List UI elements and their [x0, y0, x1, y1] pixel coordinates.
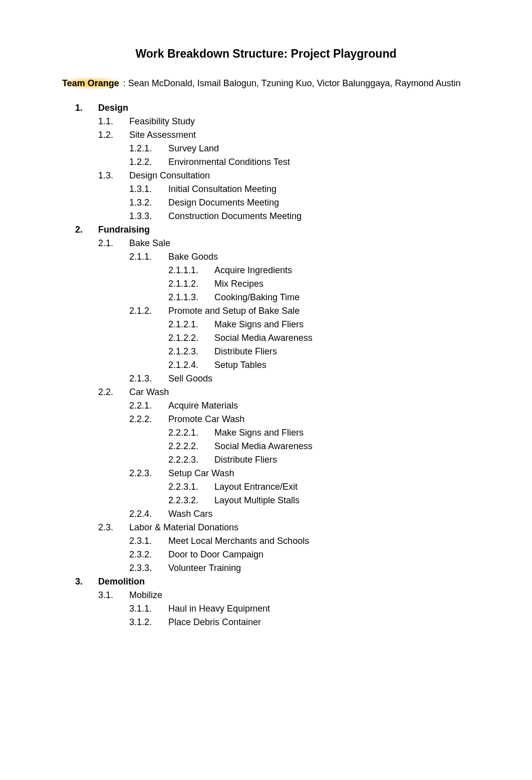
outline-number: 1.2.2.	[129, 155, 168, 169]
outline-title: Layout Entrance/Exit	[214, 480, 298, 494]
outline-item: 2.1.1.2.Mix Recipes	[168, 277, 472, 291]
outline-item: 2.2.Car Wash	[98, 385, 472, 399]
team-line: Team Orange: Sean McDonald, Ismail Balog…	[60, 77, 472, 90]
outline-number: 2.2.2.3.	[168, 453, 214, 467]
outline-item: 2.3.2.Door to Door Campaign	[129, 548, 472, 561]
outline-number: 2.3.	[98, 521, 129, 534]
outline-item: 2.3.Labor & Material Donations	[98, 521, 472, 534]
outline-item: 2.3.1.Meet Local Merchants and Schools	[129, 534, 472, 548]
outline-item: 1.3.1.Initial Consultation Meeting	[129, 182, 472, 196]
outline-number: 1.3.	[98, 169, 129, 182]
outline-number: 2.3.3.	[129, 561, 168, 575]
outline-title: Initial Consultation Meeting	[168, 182, 277, 196]
outline-children: 2.2.3.1.Layout Entrance/Exit2.2.3.2.Layo…	[129, 480, 472, 507]
wbs-outline: 1.Design1.1.Feasibility Study1.2.Site As…	[60, 101, 472, 629]
outline-title: Promote and Setup of Bake Sale	[168, 304, 300, 318]
outline-children: 2.1.2.1.Make Signs and Fliers2.1.2.2.Soc…	[129, 318, 472, 372]
document-title: Work Breakdown Structure: Project Playgr…	[60, 45, 472, 63]
outline-item: 1.3.3.Construction Documents Meeting	[129, 210, 472, 223]
outline-item: 3.1.2.Place Debris Container	[129, 616, 472, 629]
outline-item: 2.2.1.Acquire Materials	[129, 399, 472, 413]
outline-title: Place Debris Container	[168, 616, 261, 629]
outline-title: Car Wash	[129, 385, 169, 399]
outline-item: 1.2.1.Survey Land	[129, 142, 472, 155]
outline-number: 2.1.2.4.	[168, 358, 214, 372]
outline-item: 2.2.2.3.Distribute Fliers	[168, 453, 472, 467]
outline-title: Setup Car Wash	[168, 467, 234, 480]
outline-item: 2.1.1.Bake Goods	[129, 250, 472, 264]
outline-title: Cooking/Baking Time	[214, 291, 300, 304]
outline-item: 2.3.3.Volunteer Training	[129, 561, 472, 575]
outline-title: Meet Local Merchants and Schools	[168, 534, 309, 548]
outline-number: 2.1.2.3.	[168, 345, 214, 358]
outline-title: Sell Goods	[168, 372, 212, 385]
outline-item: 2.1.2.2.Social Media Awareness	[168, 331, 472, 345]
outline-title: Survey Land	[168, 142, 219, 155]
outline-title: Volunteer Training	[168, 561, 241, 575]
outline-item: 2.1.2.Promote and Setup of Bake Sale	[129, 304, 472, 318]
outline-number: 2.2.4.	[129, 507, 168, 521]
outline-children: 2.1.1.Bake Goods2.1.1.1.Acquire Ingredie…	[98, 250, 472, 385]
outline-title: Bake Sale	[129, 237, 170, 250]
outline-item: 2.2.3.2.Layout Multiple Stalls	[168, 494, 472, 507]
outline-title: Promote Car Wash	[168, 413, 244, 426]
outline-item: 2.1.2.3.Distribute Fliers	[168, 345, 472, 358]
outline-item: 2.1.3.Sell Goods	[129, 372, 472, 385]
outline-children: 3.1.Mobilize3.1.1.Haul in Heavy Equipmen…	[75, 589, 472, 629]
outline-title: Fundraising	[98, 223, 150, 237]
outline-title: Distribute Fliers	[214, 453, 277, 467]
outline-number: 2.2.2.1.	[168, 426, 214, 440]
outline-title: Bake Goods	[168, 250, 218, 264]
outline-number: 1.2.	[98, 128, 129, 142]
outline-number: 2.2.2.	[129, 413, 168, 426]
outline-children: 1.1.Feasibility Study1.2.Site Assessment…	[75, 115, 472, 223]
outline-title: Acquire Ingredients	[214, 264, 292, 277]
outline-number: 1.1.	[98, 115, 129, 128]
outline-item: 2.1.Bake Sale	[98, 237, 472, 250]
outline-title: Make Signs and Fliers	[214, 426, 304, 440]
outline-children: 2.2.2.1.Make Signs and Fliers2.2.2.2.Soc…	[129, 426, 472, 467]
outline-item: 2.Fundraising	[75, 223, 472, 237]
outline-title: Design Documents Meeting	[168, 196, 279, 210]
outline-children: 2.1.1.1.Acquire Ingredients2.1.1.2.Mix R…	[129, 264, 472, 304]
outline-title: Construction Documents Meeting	[168, 210, 302, 223]
outline-number: 1.3.3.	[129, 210, 168, 223]
outline-item: 1.2.Site Assessment	[98, 128, 472, 142]
outline-number: 2.2.3.2.	[168, 494, 214, 507]
outline-item: 2.2.3.Setup Car Wash	[129, 467, 472, 480]
outline-number: 1.3.2.	[129, 196, 168, 210]
outline-number: 2.2.1.	[129, 399, 168, 413]
outline-title: Social Media Awareness	[214, 331, 313, 345]
outline-title: Social Media Awareness	[214, 440, 313, 453]
outline-number: 2.	[75, 223, 98, 237]
outline-title: Haul in Heavy Equipment	[168, 602, 270, 616]
outline-item: 2.1.2.1.Make Signs and Fliers	[168, 318, 472, 331]
outline-title: Door to Door Campaign	[168, 548, 263, 561]
outline-item: 2.2.3.1.Layout Entrance/Exit	[168, 480, 472, 494]
team-members: : Sean McDonald, Ismail Balogun, Tzuning…	[123, 78, 461, 88]
outline-number: 2.1.1.2.	[168, 277, 214, 291]
team-label-highlight: Team Orange	[60, 77, 123, 89]
outline-item: 2.2.2.Promote Car Wash	[129, 413, 472, 426]
outline-title: Distribute Fliers	[214, 345, 277, 358]
outline-item: 1.3.Design Consultation	[98, 169, 472, 182]
outline-children: 1.3.1.Initial Consultation Meeting1.3.2.…	[98, 182, 472, 223]
outline-number: 1.2.1.	[129, 142, 168, 155]
outline-number: 3.1.2.	[129, 616, 168, 629]
outline-item: 3.Demolition	[75, 575, 472, 589]
outline-children: 2.3.1.Meet Local Merchants and Schools2.…	[98, 534, 472, 575]
outline-item: 1.Design	[75, 101, 472, 115]
outline-number: 2.1.2.	[129, 304, 168, 318]
outline-item: 1.2.2.Environmental Conditions Test	[129, 155, 472, 169]
outline-title: Site Assessment	[129, 128, 196, 142]
outline-item: 2.1.1.1.Acquire Ingredients	[168, 264, 472, 277]
outline-item: 1.1.Feasibility Study	[98, 115, 472, 128]
outline-title: Make Signs and Fliers	[214, 318, 304, 331]
outline-item: 3.1.1.Haul in Heavy Equipment	[129, 602, 472, 616]
outline-number: 2.3.2.	[129, 548, 168, 561]
outline-item: 2.1.1.3.Cooking/Baking Time	[168, 291, 472, 304]
outline-number: 3.1.1.	[129, 602, 168, 616]
outline-title: Mobilize	[129, 589, 162, 602]
outline-children: 1.2.1.Survey Land1.2.2.Environmental Con…	[98, 142, 472, 169]
outline-number: 3.1.	[98, 589, 129, 602]
